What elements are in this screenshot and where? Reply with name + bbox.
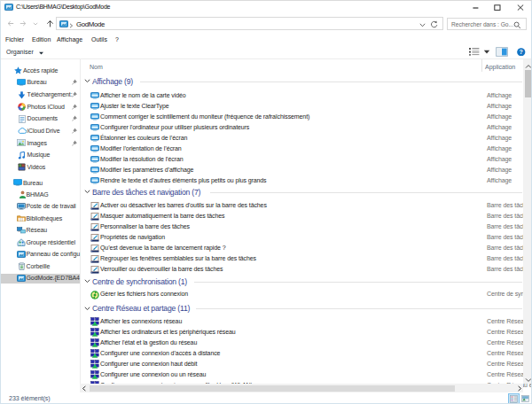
svg-text:?: ? <box>520 49 523 55</box>
